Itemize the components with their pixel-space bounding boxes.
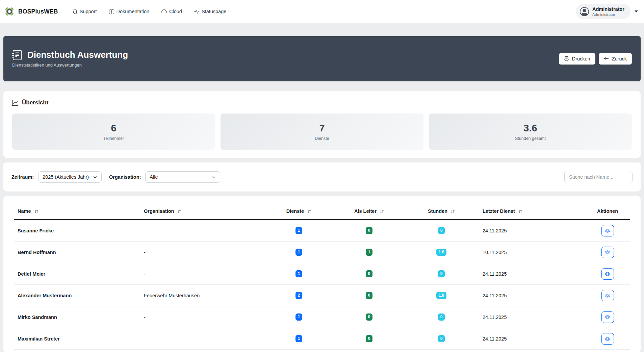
stat-card-teilnehmer: 6 Teilnehmer <box>12 114 215 150</box>
row-dienste-cell: 2 <box>265 292 333 299</box>
row-organisation: - <box>140 315 265 320</box>
row-letzter-dienst: 10.11.2025 <box>477 250 585 255</box>
column-header-aktionen: Aktionen <box>585 208 630 214</box>
sort-icon <box>307 209 311 213</box>
stat-value: 6 <box>111 123 116 134</box>
row-letzter-dienst: 24.11.2025 <box>477 228 585 233</box>
view-details-button[interactable] <box>601 247 614 258</box>
row-name: Bernd Hoffmann <box>14 250 140 255</box>
nav-item-support[interactable]: Support <box>72 9 97 14</box>
row-organisation: - <box>140 250 265 255</box>
row-dienste-cell: 1 <box>265 270 333 277</box>
row-organisation: Feuerwehr Musterhausen <box>140 293 265 298</box>
chevron-down-icon <box>93 175 97 179</box>
column-header-stunden[interactable]: Stunden <box>406 208 477 214</box>
stat-label: Dienste <box>315 136 329 141</box>
nav-item-label: Cloud <box>169 9 182 14</box>
row-actions-cell <box>585 290 630 301</box>
activity-icon <box>194 9 199 14</box>
als-leiter-badge: 1 <box>366 249 373 256</box>
als-leiter-badge: 0 <box>366 313 373 321</box>
brand[interactable]: BOSPlusWEB <box>4 6 58 17</box>
column-header-als-leiter[interactable]: Als Leiter <box>333 208 406 214</box>
column-header-letzter-dienst[interactable]: Letzter Dienst <box>477 208 585 214</box>
column-label: Letzter Dienst <box>483 208 515 214</box>
eye-icon <box>605 315 610 320</box>
results-table-card: Name Organisation Dienste Als Leiter Stu… <box>3 196 641 352</box>
row-dienste-cell: 1 <box>265 227 333 234</box>
row-als-leiter-cell: 0 <box>333 292 406 299</box>
column-header-organisation[interactable]: Organisation <box>140 208 265 214</box>
row-name: Detlef Meier <box>14 271 140 277</box>
eye-icon <box>605 271 610 277</box>
nav-item-label: Support <box>80 9 97 14</box>
row-actions-cell <box>585 225 630 236</box>
view-details-button[interactable] <box>601 268 614 280</box>
overview-card: Übersicht 6 Teilnehmer 7 Dienste 3.6 Stu… <box>3 91 641 158</box>
column-header-dienste[interactable]: Dienste <box>265 208 333 214</box>
stunden-badge: 0 <box>438 335 445 342</box>
row-actions-cell <box>585 268 630 280</box>
column-label: Aktionen <box>597 208 618 214</box>
row-letzter-dienst: 24.11.2025 <box>477 315 585 320</box>
dienste-badge: 1 <box>295 249 303 256</box>
nav-item-statuspage[interactable]: Statuspage <box>194 9 226 14</box>
row-name: Maximilian Streter <box>14 336 140 342</box>
sort-icon <box>34 209 38 213</box>
row-actions-cell <box>585 247 630 258</box>
dienste-badge: 1 <box>295 227 303 234</box>
print-button[interactable]: Drucken <box>559 53 595 65</box>
row-dienste-cell: 1 <box>265 335 333 342</box>
sort-icon <box>177 209 181 213</box>
print-button-label: Drucken <box>572 56 590 61</box>
row-actions-cell <box>585 333 630 345</box>
nav-item-dokumentation[interactable]: Dokumentation <box>109 9 150 14</box>
user-name: Administrator <box>592 6 624 12</box>
stat-label: Teilnehmer <box>103 136 124 141</box>
back-button[interactable]: Zurück <box>599 53 632 65</box>
page-banner: Dienstbuch Auswertung Dienststatistiken … <box>3 36 641 81</box>
caret-down-icon[interactable] <box>635 10 638 12</box>
top-navbar: BOSPlusWEB Support Dokumentation Cloud S… <box>0 0 644 23</box>
overview-header: Übersicht <box>12 99 632 106</box>
view-details-button[interactable] <box>601 333 614 345</box>
user-pill[interactable]: Administrator Administrator <box>576 4 630 20</box>
row-stunden-cell: 1.8 <box>406 292 477 299</box>
eye-icon <box>605 228 610 233</box>
als-leiter-badge: 0 <box>366 292 373 299</box>
search-input[interactable] <box>564 171 633 183</box>
table-row: Detlef Meier - 1 0 0 24.11.2025 <box>14 263 630 285</box>
row-letzter-dienst: 24.11.2025 <box>477 293 585 298</box>
arrow-left-icon <box>604 56 609 61</box>
page-title: Dienstbuch Auswertung <box>27 50 128 60</box>
table-row: Alexander Mustermann Feuerwehr Musterhau… <box>14 285 630 306</box>
nav-item-cloud[interactable]: Cloud <box>161 9 182 14</box>
row-name: Mirko Sandmann <box>14 315 140 320</box>
view-details-button[interactable] <box>601 225 614 236</box>
zeitraum-select[interactable]: 2025 (Aktuelles Jahr) <box>38 171 102 183</box>
stunden-badge: 1.8 <box>436 292 447 299</box>
user-menu[interactable]: Administrator Administrator <box>576 4 638 20</box>
bosplus-logo-icon <box>4 6 15 17</box>
row-dienste-cell: 1 <box>265 313 333 321</box>
row-als-leiter-cell: 1 <box>333 249 406 256</box>
view-details-button[interactable] <box>601 290 614 301</box>
column-header-name[interactable]: Name <box>14 208 140 214</box>
sort-icon <box>380 209 384 213</box>
nav-items: Support Dokumentation Cloud Statuspage <box>72 9 227 14</box>
organisation-select[interactable]: Alle <box>145 171 220 183</box>
column-label: Organisation <box>144 208 174 214</box>
eye-icon <box>605 250 610 255</box>
stunden-badge: 0 <box>438 227 445 234</box>
banner-left: Dienstbuch Auswertung Dienststatistiken … <box>12 50 559 68</box>
eye-icon <box>605 336 610 342</box>
table-row: Mirko Sandmann - 1 0 0 24.11.2025 <box>14 306 630 328</box>
table-row: Bernd Hoffmann - 1 1 1.8 10.11.2025 <box>14 242 630 263</box>
view-details-button[interactable] <box>601 311 614 323</box>
row-organisation: - <box>140 336 265 342</box>
dienste-badge: 1 <box>295 270 303 277</box>
stats-row: 6 Teilnehmer 7 Dienste 3.6 Stunden gesam… <box>12 114 632 150</box>
cloud-icon <box>161 9 167 14</box>
table-row: Susanne Fricke - 1 0 0 24.11.2025 <box>14 220 630 242</box>
book-icon <box>109 9 114 14</box>
